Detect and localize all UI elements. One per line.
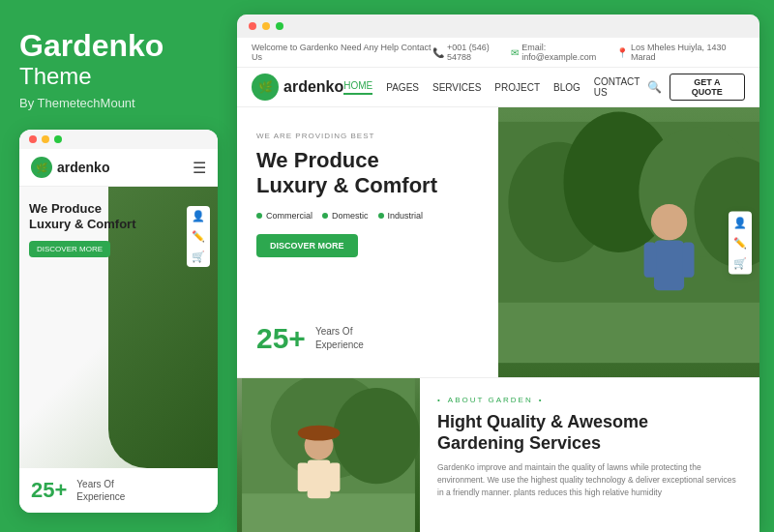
phone-icon: 📞 bbox=[432, 47, 444, 58]
mobile-stat-num: 25+ bbox=[31, 480, 67, 501]
svg-rect-8 bbox=[644, 243, 656, 278]
bullet-industrial-label: Industrial bbox=[388, 211, 424, 221]
hero-stats: 25+ Years OfExperience bbox=[256, 324, 479, 353]
site-nav-links: HOME PAGES SERVICES PROJECT BLOG CONTACT… bbox=[343, 76, 646, 98]
nav-link-blog[interactable]: BLOG bbox=[553, 82, 580, 93]
hero-stat-num: 25+ bbox=[256, 324, 306, 353]
brand-by: By ThemetechMount bbox=[19, 96, 218, 110]
svg-rect-17 bbox=[298, 462, 309, 491]
dot-yellow bbox=[42, 135, 49, 143]
topbar-email: ✉ Email: info@example.com bbox=[511, 43, 616, 62]
left-panel: Gardenko Theme By ThemetechMount 🌿 arden… bbox=[0, 0, 237, 532]
topbar-address-text: Los Mheles Huiyla, 1430 Marad bbox=[631, 43, 745, 62]
svg-rect-13 bbox=[242, 493, 415, 532]
floating-user-icon: 👤 bbox=[733, 216, 747, 228]
location-icon: 📍 bbox=[616, 47, 628, 58]
mobile-hero-title: We ProduceLuxury & Comfort bbox=[29, 201, 136, 231]
mobile-logo: 🌿 ardenko bbox=[31, 157, 109, 178]
bottom-img-inner bbox=[237, 378, 420, 532]
site-logo: 🌿 ardenko bbox=[252, 74, 343, 101]
right-panel: Welcome to Gardenko Need Any Help Contac… bbox=[237, 15, 759, 532]
discover-button[interactable]: DISCOVER MORE bbox=[256, 234, 358, 257]
mobile-nav: 🌿 ardenko ☰ bbox=[19, 149, 218, 187]
dot-red bbox=[29, 135, 37, 143]
hero-stat-label: Years OfExperience bbox=[315, 325, 364, 352]
mobile-stat-label1: Years Of bbox=[76, 478, 125, 490]
bullet-domestic: Domestic bbox=[322, 211, 369, 221]
mobile-hero: We ProduceLuxury & Comfort DISCOVER MORE… bbox=[19, 187, 218, 468]
hero-svg bbox=[498, 107, 759, 377]
mobile-stat-label2: Experience bbox=[76, 490, 125, 503]
svg-rect-18 bbox=[329, 462, 340, 491]
topbar-welcome: Welcome to Gardenko Need Any Help Contac… bbox=[252, 43, 432, 62]
nav-link-contact[interactable]: CONTACT US bbox=[594, 76, 647, 98]
bullet-industrial: Industrial bbox=[378, 211, 424, 221]
browser-dot-green bbox=[276, 22, 283, 30]
dot-green bbox=[54, 135, 62, 143]
brand-section: Gardenko Theme By ThemetechMount bbox=[19, 29, 218, 130]
mobile-hero-content: We ProduceLuxury & Comfort DISCOVER MORE bbox=[29, 201, 136, 257]
about-title: Hight Quality & AwesomeGardening Service… bbox=[437, 412, 742, 454]
hero-person-figure bbox=[498, 107, 759, 377]
svg-point-15 bbox=[298, 426, 341, 441]
bullet-commercial: Commercial bbox=[256, 211, 313, 221]
site-logo-text: ardenko bbox=[283, 78, 343, 96]
site-main: WE ARE PROVIDING BEST We ProduceLuxury &… bbox=[237, 107, 759, 377]
svg-rect-5 bbox=[498, 303, 759, 363]
floating-icons: 👤 ✏️ 🛒 bbox=[729, 211, 752, 274]
hero-bullets: Commercial Domestic Industrial bbox=[256, 211, 479, 221]
topbar-phone-text: +001 (546) 54788 bbox=[447, 43, 511, 62]
bottom-section: ABOUT GARDEN Hight Quality & AwesomeGard… bbox=[237, 377, 759, 532]
mobile-stats: 25+ Years Of Experience bbox=[19, 468, 218, 513]
nav-link-pages[interactable]: PAGES bbox=[386, 82, 419, 93]
mobile-logo-icon: 🌿 bbox=[31, 157, 52, 178]
brand-name: Gardenko bbox=[19, 29, 218, 63]
edit-icon: ✏️ bbox=[192, 230, 205, 243]
hamburger-icon[interactable]: ☰ bbox=[193, 159, 206, 177]
nav-link-services[interactable]: SERVICES bbox=[432, 82, 481, 93]
svg-point-6 bbox=[651, 204, 687, 240]
browser-topbar bbox=[237, 15, 759, 38]
topbar-phone: 📞 +001 (546) 54788 bbox=[432, 43, 511, 62]
email-icon: ✉ bbox=[511, 47, 519, 58]
site-topbar: Welcome to Gardenko Need Any Help Contac… bbox=[237, 38, 759, 68]
mobile-logo-text: ardenko bbox=[57, 160, 109, 175]
quote-button[interactable]: GET A QUOTE bbox=[670, 74, 745, 101]
brand-subtitle: Theme bbox=[19, 63, 218, 90]
about-section: ABOUT GARDEN Hight Quality & AwesomeGard… bbox=[420, 378, 759, 532]
nav-actions: 🔍 GET A QUOTE bbox=[647, 74, 745, 101]
bullet-dot-commercial bbox=[256, 213, 262, 219]
nav-search-icon[interactable]: 🔍 bbox=[647, 80, 662, 94]
bullet-dot-domestic bbox=[322, 213, 328, 219]
browser-dot-red bbox=[249, 22, 256, 30]
browser-content: Welcome to Gardenko Need Any Help Contac… bbox=[237, 38, 759, 532]
site-logo-icon: 🌿 bbox=[252, 74, 279, 101]
mobile-discover-btn[interactable]: DISCOVER MORE bbox=[29, 241, 110, 257]
topbar-email-text: Email: info@example.com bbox=[521, 43, 616, 62]
about-tag: ABOUT GARDEN bbox=[437, 396, 742, 404]
svg-rect-9 bbox=[682, 243, 694, 278]
floating-edit-icon: ✏️ bbox=[733, 236, 747, 249]
mobile-preview-card: 🌿 ardenko ☰ We ProduceLuxury & Comfort D… bbox=[19, 130, 218, 513]
site-nav: 🌿 ardenko HOME PAGES SERVICES PROJECT BL… bbox=[237, 68, 759, 107]
nav-link-project[interactable]: PROJECT bbox=[494, 82, 540, 93]
about-desc: GardenKo improve and maintain the qualit… bbox=[437, 461, 742, 498]
svg-rect-16 bbox=[308, 459, 331, 498]
bullet-commercial-label: Commercial bbox=[266, 211, 313, 221]
mobile-topbar bbox=[19, 130, 218, 149]
bottom-image bbox=[237, 378, 420, 532]
svg-rect-7 bbox=[654, 240, 684, 290]
svg-point-12 bbox=[333, 388, 419, 484]
user-icon: 👤 bbox=[192, 210, 205, 222]
hero-tag: WE ARE PROVIDING BEST bbox=[256, 132, 479, 140]
mobile-side-icons: 👤 ✏️ 🛒 bbox=[187, 206, 210, 267]
floating-cart-icon: 🛒 bbox=[733, 256, 747, 269]
cart-icon: 🛒 bbox=[192, 251, 205, 263]
hero-image: 👤 ✏️ 🛒 bbox=[498, 107, 759, 377]
topbar-address: 📍 Los Mheles Huiyla, 1430 Marad bbox=[616, 43, 745, 62]
bullet-domestic-label: Domestic bbox=[332, 211, 369, 221]
bullet-dot-industrial bbox=[378, 213, 384, 219]
hero-title: We ProduceLuxury & Comfort bbox=[256, 148, 479, 199]
hero-section: WE ARE PROVIDING BEST We ProduceLuxury &… bbox=[237, 107, 498, 377]
nav-link-home[interactable]: HOME bbox=[343, 80, 372, 95]
